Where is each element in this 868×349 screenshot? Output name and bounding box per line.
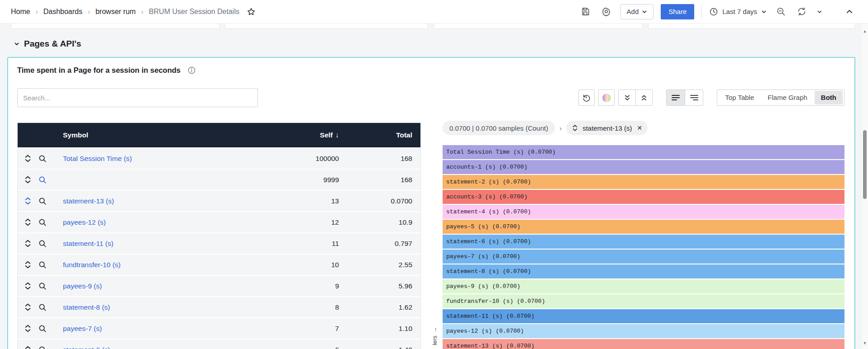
view-mode-both[interactable]: Both bbox=[815, 91, 843, 104]
column-header-total[interactable]: Total bbox=[339, 131, 420, 139]
self-value: 9999 bbox=[285, 176, 339, 184]
save-dashboard-icon[interactable] bbox=[579, 5, 592, 19]
flame-bar[interactable]: statement-8 (s) (0.0700) bbox=[443, 264, 844, 278]
share-button[interactable]: Share bbox=[661, 4, 694, 19]
sandwich-focus-icon[interactable] bbox=[24, 218, 32, 226]
add-button[interactable]: Add bbox=[620, 4, 654, 19]
info-icon[interactable] bbox=[187, 66, 196, 75]
table-row: 9999168 bbox=[18, 170, 420, 190]
sandwich-focus-icon[interactable] bbox=[24, 239, 32, 248]
text-align-group bbox=[666, 90, 703, 106]
section-title: Pages & API's bbox=[24, 39, 81, 49]
symbol-link[interactable]: statement-8 (s) bbox=[63, 303, 110, 311]
flame-bar[interactable]: accounts-3 (s) (0.0700) bbox=[443, 190, 844, 204]
clock-icon bbox=[709, 7, 718, 16]
sandwich-focus-icon[interactable] bbox=[24, 175, 32, 184]
favorite-star-icon[interactable] bbox=[247, 7, 256, 16]
align-labels-left-icon[interactable] bbox=[667, 90, 685, 105]
flame-bar[interactable]: fundtransfer-10 (s) (0.0700) bbox=[443, 294, 844, 308]
symbol-link[interactable]: Total Session Time (s) bbox=[63, 155, 132, 162]
view-mode-top-table[interactable]: Top Table bbox=[719, 91, 760, 104]
breadcrumb-separator-icon: › bbox=[88, 8, 90, 15]
refresh-interval-chevron-icon[interactable] bbox=[816, 5, 824, 19]
flame-bar[interactable]: statement-4 (s) (0.0700) bbox=[443, 205, 844, 219]
table-header: Symbol Self ↓ Total bbox=[18, 123, 420, 147]
dashboard-settings-gear-icon[interactable] bbox=[600, 5, 613, 19]
view-mode-group: Top TableFlame GraphBoth bbox=[717, 90, 844, 106]
self-value: 10 bbox=[285, 261, 339, 269]
symbol-link[interactable]: statement-6 (s) bbox=[63, 346, 110, 349]
search-symbol-icon[interactable] bbox=[38, 176, 47, 184]
collapse-expand-group bbox=[618, 90, 653, 106]
top-navigation-bar: Home›Dashboards›browser rum›BRUM User Se… bbox=[0, 0, 868, 24]
sandwich-focus-icon[interactable] bbox=[24, 345, 32, 349]
sandwich-focus-icon[interactable] bbox=[24, 303, 32, 311]
search-symbol-icon[interactable] bbox=[38, 261, 47, 269]
flame-bar[interactable]: accounts-1 (s) (0.0700) bbox=[443, 160, 844, 174]
total-value: 2.55 bbox=[339, 261, 420, 269]
symbol-link[interactable]: statement-11 (s) bbox=[63, 240, 114, 247]
table-row: fundtransfer-10 (s)102.55 bbox=[18, 255, 420, 275]
flame-bar[interactable]: Total Session Time (s) (0.0700) bbox=[443, 145, 844, 159]
search-symbol-icon[interactable] bbox=[38, 197, 47, 205]
add-button-label: Add bbox=[627, 8, 639, 15]
page-scrollbar: ▲ ▼ bbox=[861, 24, 868, 349]
refresh-icon[interactable] bbox=[795, 5, 808, 19]
time-range-picker[interactable]: Last 7 days bbox=[709, 7, 767, 16]
flame-graph-panel: Time spent in a Page for a session in se… bbox=[7, 57, 855, 349]
self-value: 9 bbox=[285, 282, 339, 290]
collapse-all-icon[interactable] bbox=[619, 90, 635, 105]
topbar-actions: Add Share Last 7 days bbox=[579, 4, 856, 19]
sandwich-focus-icon[interactable] bbox=[24, 197, 32, 205]
flame-bar[interactable]: payees-12 (s) (0.0700) bbox=[443, 324, 844, 338]
search-symbol-icon[interactable] bbox=[38, 282, 47, 290]
remove-focus-close-icon[interactable]: ✕ bbox=[637, 124, 642, 132]
row-pages-and-apis[interactable]: Pages & API's bbox=[14, 39, 81, 49]
symbol-link[interactable]: payees-12 (s) bbox=[63, 218, 106, 226]
table-row: payees-9 (s)95.96 bbox=[18, 276, 420, 296]
search-symbol-icon[interactable] bbox=[38, 155, 47, 163]
reset-focus-history-icon[interactable] bbox=[578, 90, 595, 106]
column-header-self[interactable]: Self ↓ bbox=[285, 131, 339, 139]
flame-bar[interactable]: statement-6 (s) (0.0700) bbox=[443, 235, 844, 249]
search-input[interactable] bbox=[17, 88, 258, 107]
breadcrumb-item[interactable]: BRUM User Session Details bbox=[149, 8, 239, 16]
focused-symbol-chip[interactable]: statement-13 (s) ✕ bbox=[566, 121, 648, 135]
sandwich-focus-icon[interactable] bbox=[24, 260, 32, 269]
collapse-controls-chevron-up-icon[interactable] bbox=[843, 5, 856, 19]
sandwich-focus-icon[interactable] bbox=[24, 324, 32, 333]
flame-bar[interactable]: statement-2 (s) (0.0700) bbox=[443, 175, 844, 189]
search-symbol-icon[interactable] bbox=[38, 325, 47, 333]
column-header-symbol[interactable]: Symbol bbox=[63, 131, 285, 139]
flame-bar[interactable]: payees-7 (s) (0.0700) bbox=[443, 250, 844, 264]
align-labels-right-icon[interactable] bbox=[685, 90, 703, 105]
search-symbol-icon[interactable] bbox=[38, 240, 47, 248]
symbol-link[interactable]: statement-13 (s) bbox=[63, 197, 114, 205]
scrollbar-thumb[interactable] bbox=[863, 130, 867, 199]
search-symbol-icon[interactable] bbox=[38, 303, 47, 311]
scroll-up-arrow-icon[interactable]: ▲ bbox=[861, 29, 868, 33]
total-value: 0.0700 bbox=[339, 197, 420, 205]
scroll-down-arrow-icon[interactable]: ▼ bbox=[861, 341, 868, 345]
breadcrumb-item[interactable]: Home bbox=[11, 8, 30, 16]
view-mode-flame-graph[interactable]: Flame Graph bbox=[761, 91, 814, 104]
flame-bar[interactable]: payees-9 (s) (0.0700) bbox=[443, 279, 844, 293]
total-value: 10.9 bbox=[339, 218, 420, 226]
sandwich-focus-icon[interactable] bbox=[24, 154, 32, 163]
symbol-link[interactable]: payees-7 (s) bbox=[63, 325, 102, 332]
symbol-link[interactable]: fundtransfer-10 (s) bbox=[63, 261, 121, 269]
color-scheme-palette-icon[interactable] bbox=[598, 90, 615, 106]
flame-bar[interactable]: payees-5 (s) (0.0700) bbox=[443, 220, 844, 234]
breadcrumb-item[interactable]: browser rum bbox=[95, 8, 136, 16]
flame-bar[interactable]: statement-13 (s) (0.0700) bbox=[443, 339, 844, 349]
search-symbol-icon[interactable] bbox=[38, 218, 47, 226]
divider bbox=[701, 5, 702, 18]
sandwich-focus-icon[interactable] bbox=[24, 282, 32, 290]
flame-bar[interactable]: statement-11 (s) (0.0700) bbox=[443, 309, 844, 323]
symbol-link[interactable]: payees-9 (s) bbox=[63, 282, 102, 290]
zoom-out-time-icon[interactable] bbox=[774, 5, 787, 19]
breadcrumb-separator-icon: › bbox=[141, 8, 143, 15]
search-symbol-icon[interactable] bbox=[38, 346, 47, 349]
breadcrumb-item[interactable]: Dashboards bbox=[43, 8, 82, 16]
expand-all-icon[interactable] bbox=[635, 90, 652, 105]
